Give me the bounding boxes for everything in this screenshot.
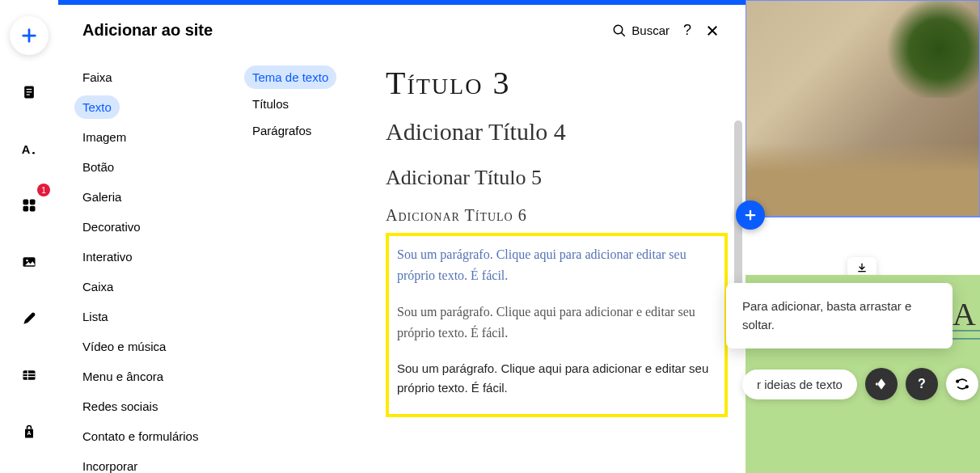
- drag-drop-tooltip: Para adicionar, basta arrastar e soltar.: [726, 283, 953, 348]
- category-item[interactable]: Decorativo: [74, 215, 220, 239]
- svg-text:A: A: [22, 143, 31, 156]
- svg-rect-5: [23, 200, 29, 205]
- editor-canvas: A: [744, 0, 980, 473]
- paragraph-preview-3[interactable]: Sou um parágrafo. Clique aqui para adici…: [397, 359, 716, 398]
- paragraph-preview-1[interactable]: Sou um parágrafo. Clique aqui para adici…: [397, 244, 716, 285]
- category-item[interactable]: Vídeo e música: [74, 335, 220, 358]
- heading-6-preview[interactable]: Adicionar Título 6: [386, 206, 728, 225]
- svg-point-16: [615, 25, 623, 34]
- design-button[interactable]: A: [10, 129, 49, 168]
- pages-button[interactable]: [10, 73, 49, 112]
- add-panel: Adicionar ao site Buscar ? Faixa Texto I…: [58, 5, 744, 473]
- preview-column: Título 3 Adicionar Título 4 Adicionar Tí…: [374, 56, 744, 473]
- store-button[interactable]: A: [10, 412, 49, 451]
- svg-rect-7: [23, 206, 29, 212]
- subcategory-list: Tema de texto Títulos Parágrafos: [236, 56, 374, 473]
- panel-body: Faixa Texto Imagem Botão Galeria Decorat…: [58, 56, 744, 473]
- decorative-letter: A: [953, 295, 976, 333]
- category-item-active[interactable]: Texto: [74, 95, 120, 119]
- category-item[interactable]: Incorporar: [74, 454, 220, 473]
- category-item[interactable]: Redes sociais: [74, 395, 220, 418]
- svg-text:A: A: [27, 430, 32, 436]
- svg-rect-6: [30, 200, 36, 205]
- paragraph-highlight-box: Sou um parágrafo. Clique aqui para adici…: [386, 233, 728, 417]
- svg-point-20: [965, 385, 969, 388]
- svg-rect-2: [27, 91, 32, 92]
- paragraph-preview-2[interactable]: Sou um parágrafo. Clique aqui para adici…: [397, 302, 716, 343]
- add-section-button[interactable]: [736, 201, 765, 230]
- text-ideas-button[interactable]: r ideias de texto: [742, 370, 857, 399]
- search-icon: [612, 23, 627, 38]
- heading-4-preview[interactable]: Adicionar Título 4: [386, 118, 728, 146]
- svg-rect-11: [23, 370, 36, 380]
- category-item[interactable]: Interativo: [74, 245, 220, 268]
- media-button[interactable]: [10, 243, 49, 281]
- apps-button[interactable]: 1: [10, 186, 49, 225]
- category-list: Faixa Texto Imagem Botão Galeria Decorat…: [58, 56, 236, 473]
- heading-5-preview[interactable]: Adicionar Título 5: [386, 166, 728, 190]
- category-item[interactable]: Galeria: [74, 185, 220, 209]
- swap-icon: [954, 376, 970, 392]
- panel-header: Adicionar ao site Buscar ?: [58, 5, 744, 56]
- undo-redo-button[interactable]: [865, 368, 898, 400]
- subcategory-item[interactable]: Títulos: [244, 92, 297, 116]
- category-item[interactable]: Botão: [74, 155, 220, 179]
- download-icon: [855, 261, 868, 274]
- category-item[interactable]: Faixa: [74, 65, 220, 89]
- left-rail: A 1 A: [0, 0, 58, 473]
- pen-icon: [21, 310, 37, 327]
- svg-rect-3: [27, 95, 30, 95]
- category-item[interactable]: Lista: [74, 305, 220, 328]
- cms-button[interactable]: [10, 356, 49, 395]
- add-element-button[interactable]: [10, 16, 49, 55]
- category-item[interactable]: Caixa: [74, 275, 220, 298]
- canvas-action-bar: r ideias de texto ?: [742, 368, 978, 400]
- svg-rect-8: [30, 206, 36, 212]
- help-bubble-button[interactable]: ?: [906, 368, 938, 400]
- design-icon: A: [20, 140, 38, 158]
- blog-button[interactable]: [10, 299, 49, 338]
- subcategory-item[interactable]: Parágrafos: [244, 119, 319, 142]
- category-item[interactable]: Imagem: [74, 125, 220, 149]
- search-button[interactable]: Buscar: [612, 23, 670, 38]
- plus-icon: [743, 208, 758, 222]
- image-icon: [21, 254, 37, 270]
- bag-icon: A: [21, 424, 37, 440]
- svg-rect-1: [27, 89, 32, 90]
- close-icon: [705, 23, 720, 38]
- diamond-arrows-icon: [873, 376, 889, 392]
- plus-icon: [20, 27, 38, 44]
- grid-icon: [21, 197, 37, 213]
- svg-point-10: [26, 260, 28, 262]
- category-item[interactable]: Contato e formulários: [74, 424, 220, 448]
- table-icon: [21, 367, 37, 383]
- svg-line-17: [622, 32, 626, 36]
- category-item[interactable]: Menu e âncora: [74, 365, 220, 388]
- apps-badge: 1: [37, 184, 50, 196]
- help-button[interactable]: ?: [679, 22, 695, 39]
- tools-button[interactable]: [946, 368, 978, 400]
- question-icon: ?: [918, 377, 926, 391]
- heading-3-preview[interactable]: Título 3: [386, 64, 728, 102]
- hero-image[interactable]: [746, 0, 980, 217]
- panel-title: Adicionar ao site: [82, 21, 602, 40]
- section-divider: [744, 217, 980, 217]
- page-icon: [21, 84, 37, 100]
- search-label: Buscar: [632, 23, 670, 37]
- subcategory-item-active[interactable]: Tema de texto: [244, 65, 336, 89]
- close-button[interactable]: [705, 23, 720, 38]
- svg-point-19: [956, 380, 959, 383]
